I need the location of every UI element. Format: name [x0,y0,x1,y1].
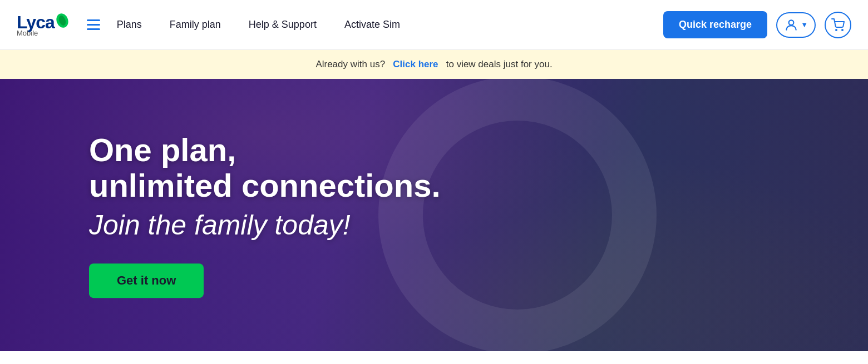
get-it-now-button[interactable]: Get it now [89,263,204,298]
hero-subheadline: Join the family today! [89,209,441,241]
nav-link-family-plan[interactable]: Family plan [170,19,221,31]
cart-icon [831,18,845,32]
hero-content: One plan, unlimited connections. Join th… [89,132,441,298]
promo-click-here-link[interactable]: Click here [393,59,438,69]
account-menu-button[interactable]: ▼ [776,12,816,38]
quick-recharge-button[interactable]: Quick recharge [663,11,767,38]
svg-point-2 [789,20,794,25]
nav-link-help-support[interactable]: Help & Support [249,19,317,31]
hero-headline: One plan, unlimited connections. [89,132,441,203]
nav-link-plans[interactable]: Plans [117,19,142,31]
user-icon [784,18,798,32]
logo[interactable]: Lyca Mobile [17,13,70,37]
nav-links: Plans Family plan Help & Support Activat… [117,19,663,31]
hamburger-menu-button[interactable] [87,19,100,30]
svg-point-4 [842,29,843,31]
hero-section: One plan, unlimited connections. Join th… [0,79,868,351]
nav-link-activate-sim[interactable]: Activate Sim [344,19,400,31]
chevron-down-icon: ▼ [801,21,808,29]
navbar: Lyca Mobile Plans Family plan Help & Sup… [0,0,868,50]
promo-text-before: Already with us? [315,59,385,69]
promo-text-after: to view deals just for you. [446,59,553,69]
nav-right: Quick recharge ▼ [663,11,851,38]
promo-banner: Already with us? Click here to view deal… [0,50,868,79]
logo-leaf-icon [55,13,70,28]
svg-point-3 [836,29,837,31]
cart-button[interactable] [825,12,851,38]
